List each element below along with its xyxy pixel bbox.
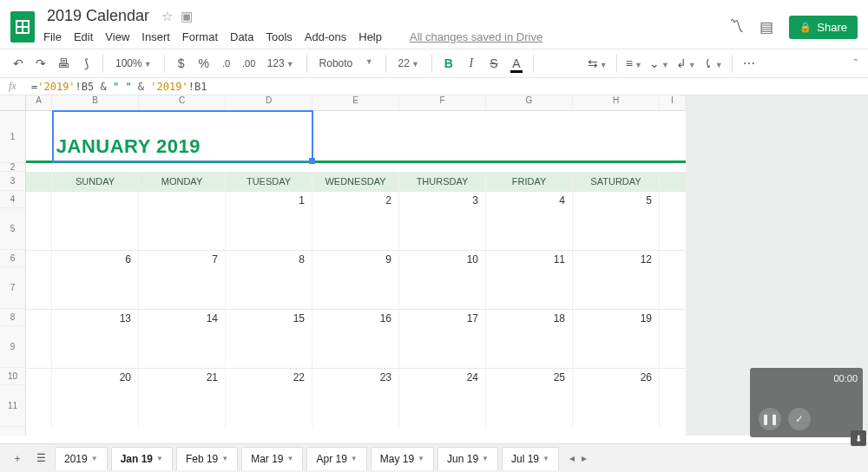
day-header[interactable]: WEDNESDAY — [312, 172, 399, 191]
date-cell[interactable]: 21 — [139, 369, 226, 385]
font-select[interactable]: Roboto▼ — [316, 57, 377, 69]
add-sheet-icon[interactable]: ＋ — [7, 448, 28, 469]
sheets-logo-icon[interactable] — [10, 11, 35, 43]
format-currency-icon[interactable]: $ — [174, 56, 189, 70]
format-percent-icon[interactable]: % — [196, 56, 212, 70]
menu-format[interactable]: Format — [182, 30, 218, 43]
redo-icon[interactable]: ↷ — [33, 56, 49, 70]
menu-file[interactable]: File — [43, 30, 62, 43]
strikethrough-icon[interactable]: S — [486, 56, 502, 70]
row-header[interactable]: 1 — [0, 111, 25, 163]
date-cell[interactable]: 5 — [573, 192, 660, 208]
calendar-cell[interactable] — [226, 385, 312, 427]
print-icon[interactable]: 🖶 — [56, 56, 71, 70]
col-header[interactable]: G — [486, 95, 573, 110]
calendar-cell[interactable] — [139, 326, 226, 368]
calendar-cell[interactable] — [399, 208, 486, 250]
row-header[interactable]: 4 — [0, 191, 25, 208]
sheet-tab[interactable]: Feb 19▼ — [176, 447, 238, 470]
menu-tools[interactable]: Tools — [266, 30, 292, 43]
sheet-tab[interactable]: 2019▼ — [55, 447, 108, 470]
star-icon[interactable]: ☆ — [161, 9, 173, 23]
date-cell[interactable]: 6 — [52, 251, 139, 267]
italic-icon[interactable]: I — [464, 56, 479, 70]
calendar-cell[interactable] — [52, 385, 139, 427]
col-header[interactable]: E — [312, 95, 399, 110]
select-all-corner[interactable] — [0, 95, 25, 111]
date-cell[interactable]: 2 — [312, 192, 399, 208]
calendar-cell[interactable] — [573, 267, 660, 309]
date-cell[interactable]: 22 — [226, 369, 312, 385]
calendar-cell[interactable] — [312, 385, 399, 427]
sheet-tab[interactable]: Jul 19▼ — [502, 447, 559, 470]
date-cell[interactable]: 4 — [486, 192, 573, 208]
date-cell[interactable]: 15 — [226, 310, 312, 326]
calendar-cell[interactable] — [139, 267, 226, 309]
rotate-icon[interactable]: ⤹▼ — [703, 56, 723, 70]
calendar-cell[interactable] — [573, 326, 660, 368]
date-cell[interactable]: 13 — [52, 310, 139, 326]
row-header[interactable]: 11 — [0, 385, 25, 427]
decrease-decimal-icon[interactable]: .0 — [219, 58, 234, 69]
calendar-cell[interactable] — [399, 267, 486, 309]
calendar-cell[interactable] — [486, 326, 573, 368]
day-header[interactable]: MONDAY — [139, 172, 226, 191]
calendar-cell[interactable] — [226, 267, 312, 309]
sheet-tab[interactable]: Jun 19▼ — [437, 447, 498, 470]
share-button[interactable]: 🔒 Share — [789, 16, 858, 39]
row-header[interactable]: 7 — [0, 267, 25, 309]
sheet-tab[interactable]: Jan 19▼ — [111, 447, 173, 470]
date-cell[interactable]: 20 — [52, 369, 139, 385]
menu-view[interactable]: View — [105, 30, 129, 43]
calendar-cell[interactable] — [399, 385, 486, 427]
all-sheets-icon[interactable]: ☰ — [31, 449, 51, 468]
date-cell[interactable]: 24 — [399, 369, 486, 385]
date-cell[interactable] — [52, 192, 139, 208]
zoom-select[interactable]: 100%▼ — [112, 57, 155, 69]
formula-input[interactable]: ='2019'!B5 & " " & '2019'!B1 — [31, 81, 207, 93]
calendar-cell[interactable] — [226, 326, 312, 368]
date-cell[interactable]: 12 — [573, 251, 660, 267]
merge-cells-icon[interactable]: ⇆▼ — [588, 56, 608, 70]
calendar-cell[interactable] — [52, 326, 139, 368]
row-header[interactable]: 6 — [0, 250, 25, 267]
date-cell[interactable]: 17 — [399, 310, 486, 326]
undo-icon[interactable]: ↶ — [10, 56, 26, 70]
h-align-icon[interactable]: ≡▼ — [626, 56, 642, 70]
more-toolbar-icon[interactable]: ⋯ — [741, 56, 757, 70]
menu-help[interactable]: Help — [358, 30, 382, 43]
sheet-tab[interactable]: Mar 19▼ — [241, 447, 303, 470]
col-header[interactable]: H — [573, 95, 660, 110]
menu-edit[interactable]: Edit — [74, 30, 93, 43]
date-cell[interactable]: 18 — [486, 310, 573, 326]
col-header[interactable]: A — [26, 95, 52, 110]
move-folder-icon[interactable]: ▣ — [181, 9, 193, 23]
activity-icon[interactable]: 〽 — [729, 18, 744, 36]
col-header[interactable]: C — [139, 95, 226, 110]
text-color-icon[interactable]: A — [509, 56, 524, 70]
calendar-cell[interactable] — [312, 208, 399, 250]
wrap-icon[interactable]: ↲▼ — [676, 56, 696, 70]
row-header[interactable]: 10 — [0, 368, 25, 385]
calendar-cell[interactable] — [226, 208, 312, 250]
calendar-cell[interactable] — [486, 267, 573, 309]
date-cell[interactable]: 19 — [573, 310, 660, 326]
col-header[interactable]: D — [226, 95, 312, 110]
comments-icon[interactable]: ▤ — [760, 18, 773, 36]
screen-recorder-widget[interactable]: 00:00 ❚❚ ✓ — [750, 368, 863, 437]
calendar-cell[interactable] — [486, 208, 573, 250]
menu-insert[interactable]: Insert — [141, 30, 170, 43]
calendar-cell[interactable] — [573, 385, 660, 427]
doc-title[interactable]: 2019 Calendar — [43, 5, 153, 27]
sheet-tab[interactable]: May 19▼ — [371, 447, 434, 470]
number-format-select[interactable]: 123▼ — [264, 57, 298, 69]
calendar-title[interactable]: JANUARY 2019 — [56, 135, 201, 157]
date-cell[interactable]: 23 — [312, 369, 399, 385]
date-cell[interactable]: 14 — [139, 310, 226, 326]
calendar-cell[interactable] — [486, 385, 573, 427]
row-header[interactable]: 2 — [0, 163, 25, 172]
calendar-cell[interactable] — [573, 208, 660, 250]
collapse-toolbar-icon[interactable]: ˆ — [854, 57, 858, 70]
col-header[interactable]: F — [399, 95, 486, 110]
v-align-icon[interactable]: ⌄▼ — [649, 56, 669, 70]
